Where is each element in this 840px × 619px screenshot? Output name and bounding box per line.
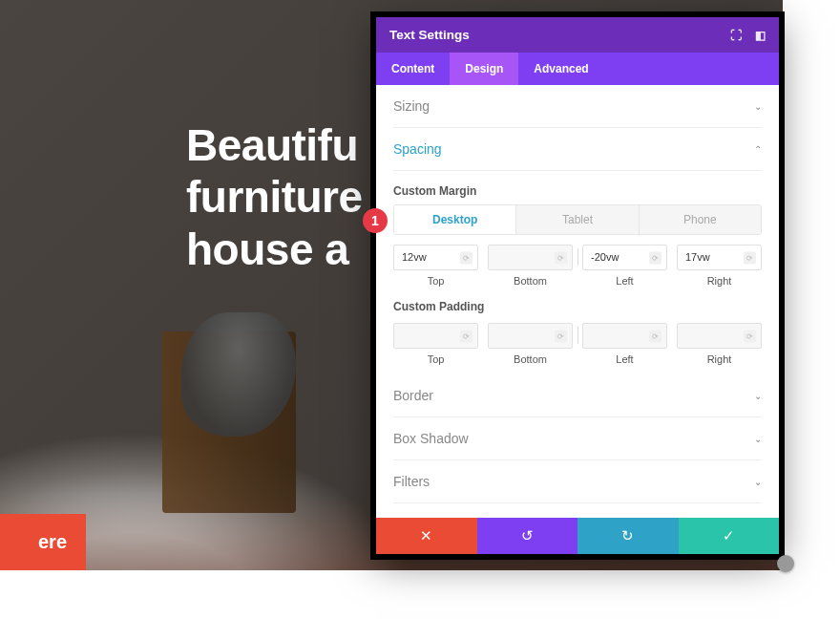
resize-handle-icon[interactable] [777,555,794,572]
redo-icon: ↻ [621,527,634,544]
padding-top-label: Top [393,353,478,365]
section-filters[interactable]: Filters ⌄ [393,460,762,503]
padding-right-label: Right [677,353,762,365]
custom-margin-label: Custom Margin [393,184,762,198]
text-settings-panel: Text Settings ⛶ ◧ Content Design Advance… [376,17,779,554]
chevron-down-icon: ⌄ [754,101,762,112]
section-box-shadow-label: Box Shadow [393,431,469,446]
expand-icon[interactable]: ⛶ [730,29,742,42]
padding-bottom-label: Bottom [488,353,573,365]
hero-line-2: furniture [186,172,363,222]
tab-content[interactable]: Content [376,53,450,85]
device-tab-tablet[interactable]: Tablet [516,205,639,234]
check-icon: ✓ [723,527,735,544]
margin-right-input[interactable]: 17vw [677,245,762,270]
padding-bottom-input[interactable] [488,323,573,349]
cta-button[interactable]: ere [0,514,86,570]
margin-right-label: Right [677,275,762,287]
cancel-button[interactable]: ✕ [376,518,477,554]
section-filters-label: Filters [393,474,430,489]
padding-left-label: Left [582,353,667,365]
save-button[interactable]: ✓ [679,518,780,554]
section-sizing[interactable]: Sizing ⌄ [393,85,762,128]
hero-line-1: Beautifu [186,120,358,170]
padding-top-input[interactable] [393,323,478,349]
margin-left-label: Left [582,275,667,287]
hero-line-3: house a [186,224,348,274]
custom-padding-label: Custom Padding [393,300,762,313]
margin-left-input[interactable]: -20vw [582,245,667,270]
panel-footer: ✕ ↺ ↻ ✓ [376,518,779,554]
close-icon: ✕ [420,527,432,544]
panel-title: Text Settings [389,28,470,42]
section-box-shadow[interactable]: Box Shadow ⌄ [393,417,762,460]
section-border[interactable]: Border ⌄ [393,374,762,417]
section-spacing[interactable]: Spacing ⌃ [393,128,762,171]
panel-header: Text Settings ⛶ ◧ [376,17,779,53]
redo-button[interactable]: ↻ [578,518,679,554]
section-border-label: Border [393,388,433,403]
section-spacing-label: Spacing [393,141,442,157]
dock-icon[interactable]: ◧ [755,29,766,42]
margin-top-input[interactable]: 12vw [393,245,478,270]
panel-tabs: Content Design Advanced [376,53,779,85]
chevron-down-icon: ⌄ [754,391,762,401]
device-tab-phone[interactable]: Phone [640,205,761,234]
chevron-down-icon: ⌄ [754,434,762,444]
padding-left-input[interactable] [582,323,667,349]
undo-icon: ↺ [521,527,534,544]
margin-bottom-label: Bottom [488,275,573,287]
device-tabs-margin: Desktop Tablet Phone [393,204,762,235]
margin-top-label: Top [393,275,478,287]
section-sizing-label: Sizing [393,98,430,114]
panel-body: Sizing ⌄ Spacing ⌃ Custom Margin Desktop… [376,85,779,518]
hero-heading: Beautifu furniture house a [186,119,363,275]
section-transform[interactable]: Transform ⌄ [393,503,762,518]
tab-design[interactable]: Design [450,53,518,85]
annotation-badge-1: 1 [363,208,388,233]
padding-right-input[interactable] [677,323,762,349]
chevron-down-icon: ⌄ [754,477,762,487]
tab-advanced[interactable]: Advanced [518,53,603,85]
chevron-up-icon: ⌃ [754,144,762,155]
margin-bottom-input[interactable] [488,245,573,270]
device-tab-desktop[interactable]: Desktop [394,205,516,234]
undo-button[interactable]: ↺ [477,518,578,554]
